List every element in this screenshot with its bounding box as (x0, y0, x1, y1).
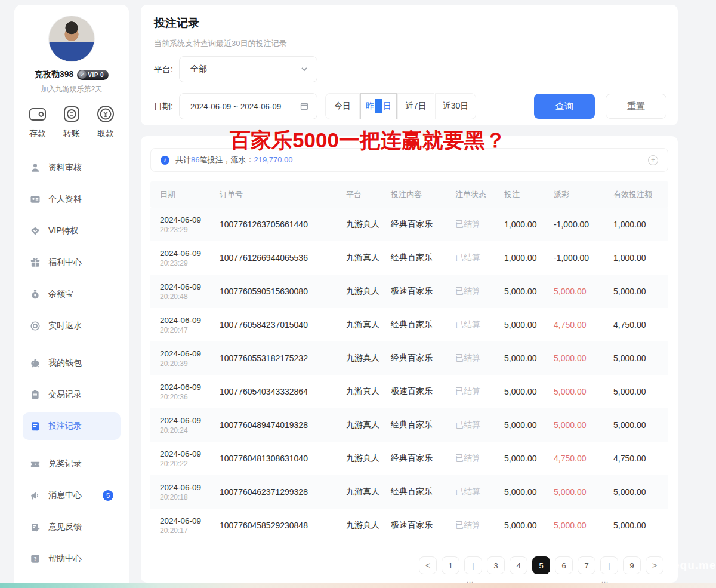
sidebar-item-prize-records[interactable]: 兑奖记录 (14, 448, 129, 479)
date-range-input[interactable]: 2024-06-09 ~ 2024-06-09 (179, 93, 317, 119)
pagination-next[interactable]: > (646, 556, 663, 574)
avatar[interactable] (48, 16, 95, 62)
table-row[interactable]: 2024-06-0920:20:36 1007760540343332864 九… (150, 375, 668, 408)
cell-bet-content: 经典百家乐 (391, 453, 455, 464)
cell-status: 已结算 (455, 319, 504, 330)
cell-status: 已结算 (455, 253, 504, 263)
quick-date-last30[interactable]: 近30日 (435, 93, 477, 119)
cell-time: 20:20:48 (160, 293, 220, 301)
pagination-page-3[interactable]: 3 (487, 556, 505, 574)
table-row[interactable]: 2024-06-0920:20:48 1007760590515630080 九… (150, 275, 668, 308)
sidebar-item-realtime-rebate[interactable]: 实时返水 (14, 310, 129, 341)
cell-order-number: 1007760590515630080 (220, 287, 346, 296)
cell-platform: 九游真人 (346, 420, 391, 430)
withdraw-button[interactable]: 取款 (95, 104, 116, 139)
table-row[interactable]: 2024-06-0920:20:47 1007760584237015040 九… (150, 308, 668, 341)
sidebar-item-vip-privilege[interactable]: VIP特权 (14, 215, 129, 247)
sidebar-item-my-wallet[interactable]: 我的钱包 (14, 347, 129, 378)
cell-valid-amount: 5,000.00 (613, 420, 668, 430)
table-row[interactable]: 2024-06-0920:20:17 1007760458529230848 九… (150, 509, 668, 542)
platform-selected-value: 全部 (190, 64, 300, 75)
megaphone-icon (30, 490, 41, 501)
pagination-page-4[interactable]: 4 (510, 556, 527, 574)
quick-date-today[interactable]: 今日 (325, 93, 360, 119)
sidebar-item-profile-audit[interactable]: 资料审核 (14, 152, 129, 183)
column-header-platform: 平台 (346, 189, 391, 200)
cell-bet-amount: 5,000.00 (504, 353, 554, 363)
cell-valid-amount: 4,750.00 (613, 320, 668, 330)
cell-status: 已结算 (455, 219, 504, 230)
search-button[interactable]: 查询 (534, 94, 595, 119)
bottom-gradient-strip (0, 583, 716, 588)
pagination-page-7[interactable]: 7 (578, 556, 595, 574)
pagination-prev[interactable]: < (419, 556, 437, 574)
cell-payout: 5,000.00 (554, 287, 613, 296)
quick-date-last7[interactable]: 近7日 (397, 93, 434, 119)
column-header-status: 注单状态 (455, 189, 504, 200)
pagination-page-6[interactable]: 6 (555, 556, 573, 574)
watermark: equ.me (673, 559, 716, 572)
transfer-icon (61, 104, 82, 124)
sidebar-item-feedback[interactable]: 意见反馈 (14, 511, 129, 543)
vip-badge[interactable]: ✓ VIP 0 (77, 70, 109, 80)
cell-time: 20:20:39 (160, 359, 220, 368)
table-row[interactable]: 2024-06-0920:20:18 1007760462371299328 九… (150, 475, 668, 509)
user-audit-icon (30, 162, 41, 173)
cell-bet-amount: 1,000.00 (504, 253, 554, 263)
cell-bet-amount: 5,000.00 (504, 487, 554, 497)
deposit-button[interactable]: 存款 (27, 104, 48, 139)
sidebar-item-help-center[interactable]: ? 帮助中心 (14, 543, 129, 574)
column-header-payout: 派彩 (554, 189, 613, 200)
table-row[interactable]: 2024-06-0920:23:29 1007761263705661440 九… (150, 208, 668, 241)
cell-date: 2024-06-09 (160, 383, 220, 392)
cell-order-number: 1007761266944065536 (220, 253, 346, 263)
cell-bet-amount: 5,000.00 (504, 387, 554, 396)
sidebar-item-personal-info[interactable]: 个人资料 (14, 183, 129, 215)
vip-diamond-icon (30, 226, 41, 236)
red-annotation-text: 百家乐5000一把连赢就要黑？ (230, 127, 506, 155)
sidebar-item-message-center[interactable]: 消息中心 5 (14, 479, 129, 511)
help-icon: ? (30, 553, 41, 564)
cell-bet-content: 极速百家乐 (391, 520, 455, 531)
table-row[interactable]: 2024-06-0920:23:29 1007761266944065536 九… (150, 241, 668, 275)
quick-actions: 存款 转账 取款 (14, 94, 129, 139)
username: 克孜勒398 (35, 69, 73, 80)
sidebar-item-betting-records[interactable]: 投注记录 (23, 412, 121, 440)
cell-valid-amount: 1,000.00 (613, 253, 668, 263)
cell-payout: 4,750.00 (554, 320, 613, 330)
cell-bet-content: 经典百家乐 (391, 487, 455, 497)
table-header: 日期 订单号 平台 投注内容 注单状态 投注 派彩 有效投注额 (150, 181, 668, 208)
transaction-record-icon (30, 389, 41, 400)
expand-plus-icon[interactable]: + (648, 155, 658, 165)
sidebar-item-welfare-center[interactable]: 福利中心 (14, 247, 129, 278)
rebate-icon (30, 321, 41, 331)
table-row[interactable]: 2024-06-0920:20:24 1007760489474019328 九… (150, 408, 668, 442)
cell-order-number: 1007760553182175232 (220, 353, 346, 363)
cell-date: 2024-06-09 (160, 282, 220, 291)
deposit-icon (27, 104, 48, 124)
feedback-icon (30, 522, 41, 532)
pagination-page-9[interactable]: 9 (623, 556, 641, 574)
cell-order-number: 1007760458529230848 (220, 521, 346, 530)
quick-date-yesterday[interactable]: 昨日 (360, 93, 397, 119)
cell-platform: 九游真人 (346, 353, 391, 364)
table-row[interactable]: 2024-06-0920:20:39 1007760553182175232 九… (150, 341, 668, 375)
reset-button[interactable]: 重置 (606, 94, 666, 119)
pagination-ellipsis-right[interactable]: | (600, 556, 618, 574)
pagination-page-1[interactable]: 1 (442, 556, 459, 574)
table-row[interactable]: 2024-06-0920:20:22 1007760481308631040 九… (150, 442, 668, 475)
cell-date: 2024-06-09 (160, 216, 220, 224)
cell-bet-amount: 5,000.00 (504, 454, 554, 463)
sidebar-item-yuebao[interactable]: 余额宝 (14, 278, 129, 310)
cell-status: 已结算 (455, 353, 504, 364)
platform-select[interactable]: 全部 (179, 56, 317, 82)
sidebar-item-transaction-records[interactable]: 交易记录 (14, 378, 129, 410)
cell-bet-content: 经典百家乐 (391, 219, 455, 230)
pagination-ellipsis-left[interactable]: | (464, 556, 482, 574)
cell-valid-amount: 4,750.00 (613, 454, 668, 463)
summary-middle: 笔投注，流水： (199, 155, 254, 164)
pagination-page-5-active[interactable]: 5 (532, 556, 550, 574)
sidebar-menu-group-2: 我的钱包 交易记录 投注记录 (14, 344, 129, 445)
transfer-button[interactable]: 转账 (61, 104, 82, 139)
info-icon: i (161, 156, 169, 165)
